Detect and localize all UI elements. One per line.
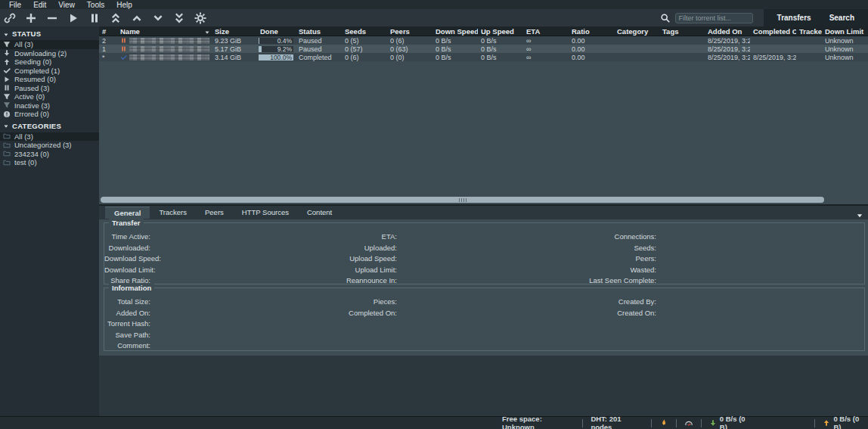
column-header-seeds[interactable]: Seeds xyxy=(342,26,387,36)
prop-label-save-path: Save Path: xyxy=(104,331,150,339)
alt-speed-limits-icon[interactable] xyxy=(684,418,693,427)
prop-value xyxy=(397,244,586,252)
column-header-eta[interactable]: ETA xyxy=(523,26,569,36)
prop-value xyxy=(656,254,864,263)
column-header-up-speed[interactable]: Up Speed xyxy=(478,26,523,36)
categories-section-header[interactable]: CATEGORIES xyxy=(0,119,99,132)
menu-view[interactable]: View xyxy=(52,1,81,9)
column-header-down-limit[interactable]: Down Limit xyxy=(822,26,864,36)
column-header-down-speed[interactable]: Down Speed xyxy=(432,26,478,36)
sidebar-item-label: Resumed (0) xyxy=(14,75,56,83)
properties-tab-http-sources[interactable]: HTTP Sources xyxy=(233,207,298,219)
torrent-row[interactable]: *3.14 GiB100.0%Completed0 (6)0 (0)0 B/s0… xyxy=(99,53,868,61)
sidebar-status-resumed-0[interactable]: Resumed (0) xyxy=(0,75,99,84)
delete-button[interactable] xyxy=(45,11,59,25)
scrollbar-grip[interactable] xyxy=(459,198,467,202)
column-header-ratio[interactable]: Ratio xyxy=(569,26,614,36)
sidebar-item-label: All (3) xyxy=(14,132,33,141)
collapse-caret-icon xyxy=(3,123,9,129)
prop-label-added-on: Added On: xyxy=(104,309,150,317)
status-section-header[interactable]: STATUS xyxy=(0,26,99,40)
prop-label-downloaded: Downloaded: xyxy=(104,244,150,252)
column-header-label: Category xyxy=(617,27,648,36)
column-header-category[interactable]: Category xyxy=(614,26,659,36)
sidebar-category-all-3[interactable]: All (3) xyxy=(0,132,99,141)
column-header-peers[interactable]: Peers xyxy=(387,26,432,36)
transfer-legend: Transfer xyxy=(109,219,144,227)
torrent-row[interactable]: 15.17 GiB9.2%Paused0 (57)0 (63)0 B/s0 B/… xyxy=(99,45,868,53)
cell-added-on: 8/25/2019, 3:24… xyxy=(705,54,750,61)
torrent-row[interactable]: 29.23 GiB0.4%Paused0 (5)0 (6)0 B/s0 B/s∞… xyxy=(99,36,868,45)
folder-icon xyxy=(3,141,11,149)
properties-tab-peers[interactable]: Peers xyxy=(196,207,233,219)
filter-torrent-input[interactable] xyxy=(675,13,753,23)
top-tab-transfers[interactable]: Transfers xyxy=(768,11,820,24)
add-torrent-button[interactable] xyxy=(24,11,38,25)
queue-top-button[interactable] xyxy=(109,11,122,25)
menu-tools[interactable]: Tools xyxy=(81,1,110,9)
menu-file[interactable]: File xyxy=(3,1,27,9)
column-header-tracker[interactable]: Tracker xyxy=(796,26,822,36)
menu-help[interactable]: Help xyxy=(110,1,138,9)
error-icon xyxy=(3,110,11,118)
sidebar-status-completed-1[interactable]: Completed (1) xyxy=(0,67,99,76)
torrent-name-redacted xyxy=(129,46,209,52)
cell-ratio: 0.00 xyxy=(569,37,614,45)
add-link-button[interactable] xyxy=(3,11,17,25)
cell-status: Completed xyxy=(296,54,342,61)
prop-label-connections: Connections: xyxy=(586,232,656,241)
cell-num: 2 xyxy=(99,37,117,45)
prop-label-upload-limit: Upload Limit: xyxy=(346,266,397,274)
torrent-table-header: #NameSizeDoneStatusSeedsPeersDown SpeedU… xyxy=(99,26,868,36)
prop-label-created-on: Created On: xyxy=(586,309,656,317)
cell-down-speed: 0 B/s xyxy=(432,54,478,61)
sidebar-status-paused-3[interactable]: Paused (3) xyxy=(0,84,99,93)
prop-label-comment: Comment: xyxy=(104,341,150,350)
column-header-label: Down Speed xyxy=(436,27,478,36)
prop-value xyxy=(397,331,586,339)
progress-bar: 9.2% xyxy=(259,46,293,52)
sidebar-category-uncategorized-3[interactable]: Uncategorized (3) xyxy=(0,141,99,150)
top-tab-search[interactable]: Search xyxy=(820,11,863,24)
column-header-status[interactable]: Status xyxy=(296,26,342,36)
sidebar-status-active-0[interactable]: Active (0) xyxy=(0,92,99,101)
column-header-label: # xyxy=(102,27,106,36)
prop-label-reannounce-in: Reannounce In: xyxy=(346,276,397,284)
sidebar-item-label: Uncategorized (3) xyxy=(14,141,72,149)
queue-down-button[interactable] xyxy=(151,11,165,25)
prop-label-seeds: Seeds: xyxy=(586,244,656,252)
column-header-tags[interactable]: Tags xyxy=(659,26,705,36)
queue-bottom-button[interactable] xyxy=(172,11,186,25)
column-header-done[interactable]: Done xyxy=(257,26,296,36)
sidebar-status-all-3[interactable]: All (3) xyxy=(0,40,99,49)
completed-state-icon xyxy=(120,54,127,61)
properties-tab-content[interactable]: Content xyxy=(298,207,341,219)
options-button[interactable] xyxy=(194,11,207,25)
column-header-size[interactable]: Size xyxy=(212,26,257,36)
queue-up-button[interactable] xyxy=(130,11,144,25)
categories-header-label: CATEGORIES xyxy=(12,122,61,130)
arrow-up-icon xyxy=(3,58,11,66)
sidebar-status-seeding-0[interactable]: Seeding (0) xyxy=(0,58,99,67)
sidebar-status-errored-0[interactable]: Errored (0) xyxy=(0,110,99,119)
sidebar-status-inactive-3[interactable]: Inactive (3) xyxy=(0,101,99,110)
resume-button[interactable] xyxy=(67,11,80,25)
folder-icon xyxy=(3,132,11,140)
sidebar-category-234234-0[interactable]: 234234 (0) xyxy=(0,150,99,159)
column-header-completed-on[interactable]: Completed On xyxy=(750,26,796,36)
sidebar-status-downloading-2[interactable]: Downloading (2) xyxy=(0,49,99,58)
cell-eta: ∞ xyxy=(523,37,569,45)
sort-caret-icon xyxy=(204,29,210,35)
column-header-name[interactable]: Name xyxy=(117,26,212,36)
panel-collapse-caret-icon[interactable] xyxy=(856,209,863,216)
horizontal-scrollbar[interactable] xyxy=(101,197,824,203)
free-space-label: Free space: Unknown xyxy=(502,415,575,429)
properties-tab-trackers[interactable]: Trackers xyxy=(150,207,196,219)
menu-edit[interactable]: Edit xyxy=(27,1,52,9)
sidebar-category-test-0[interactable]: test (0) xyxy=(0,158,99,167)
pause-button[interactable] xyxy=(88,11,101,25)
column-header-num[interactable]: # xyxy=(99,26,117,36)
column-header-added-on[interactable]: Added On xyxy=(705,26,750,36)
properties-tab-general[interactable]: General xyxy=(105,207,150,219)
prop-value xyxy=(656,244,864,252)
